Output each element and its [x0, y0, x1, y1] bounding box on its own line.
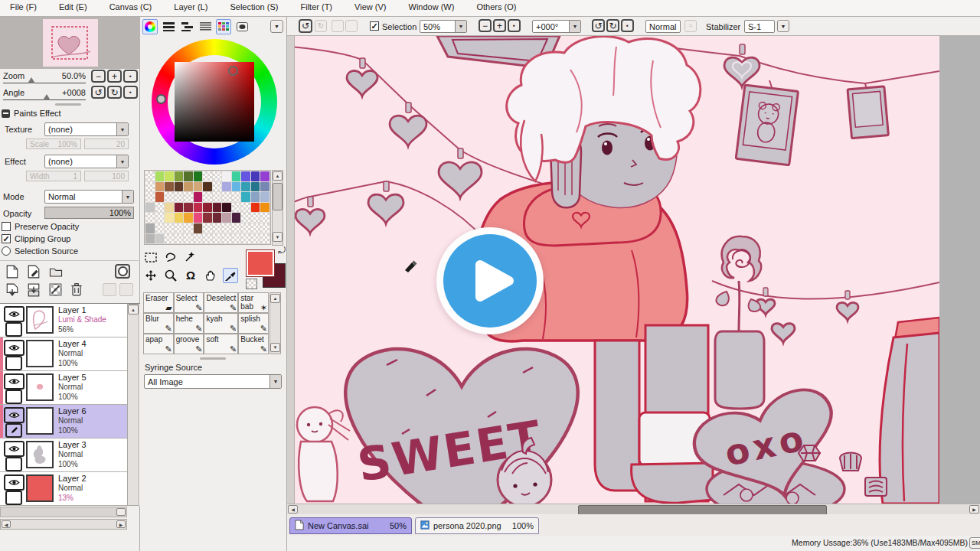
color-swatch[interactable] — [222, 234, 231, 244]
color-swatch[interactable] — [232, 234, 241, 244]
collapse-icon[interactable] — [2, 109, 10, 118]
menu-selection[interactable]: Selection (S) — [220, 0, 288, 14]
color-swatch[interactable] — [232, 182, 241, 192]
color-swatch[interactable] — [165, 223, 174, 233]
tool-star-bab[interactable]: star bab✶ — [238, 292, 269, 313]
mask-button[interactable] — [115, 264, 130, 279]
color-swatch[interactable] — [241, 192, 250, 202]
hue-wheel[interactable] — [152, 39, 277, 165]
rgb-sliders-icon[interactable] — [161, 19, 176, 34]
rotate-cw-button[interactable]: ↻ — [606, 19, 619, 32]
blend-mode-box[interactable]: Normal — [645, 20, 681, 33]
color-swatch[interactable] — [260, 234, 270, 244]
color-swatch[interactable] — [222, 171, 231, 181]
rotate-ccw-button[interactable]: ↺ — [592, 19, 605, 32]
menu-window[interactable]: Window (W) — [399, 0, 465, 14]
tool-eraser[interactable]: Eraser▰ — [143, 292, 174, 313]
panel-divider-handle[interactable] — [200, 357, 226, 360]
zoom-reset-button[interactable]: ▪ — [508, 19, 521, 32]
new-folder-icon[interactable] — [49, 266, 63, 279]
color-swatch[interactable] — [145, 223, 155, 233]
color-swatch[interactable] — [184, 234, 193, 244]
color-swatch[interactable] — [203, 192, 212, 202]
chevron-down-icon[interactable]: ▼ — [270, 375, 281, 388]
menu-filter[interactable]: Filter (T) — [290, 0, 342, 14]
rotate-reset-button[interactable]: ▪ — [621, 19, 634, 32]
color-swatch[interactable] — [155, 223, 165, 233]
layer-list-hscrollbar[interactable]: ◀ ▶ — [0, 519, 127, 530]
rotate-cw-button[interactable]: ↻ — [107, 86, 122, 99]
opacity-slider[interactable]: 100% — [44, 207, 134, 219]
color-swatch[interactable] — [203, 171, 212, 181]
selection-source-row[interactable]: Selection Source — [2, 246, 78, 256]
new-layer-icon[interactable] — [6, 265, 18, 280]
color-swatch[interactable] — [222, 192, 231, 202]
zoom-in-button[interactable]: + — [493, 19, 506, 32]
color-swatch[interactable] — [155, 213, 165, 223]
color-swatch[interactable] — [213, 192, 222, 202]
lasso-tool-icon[interactable] — [163, 249, 178, 265]
clipping-group-row[interactable]: ✓Clipping Group — [2, 234, 70, 243]
tool-splish[interactable]: splish✎ — [238, 313, 269, 334]
color-swatch[interactable] — [155, 234, 165, 244]
layer-row-2[interactable]: Layer 2 Normal 13% — [0, 472, 127, 506]
zoom-reset-button[interactable]: ▪ — [123, 70, 138, 83]
scroll-left-button[interactable]: ◀ — [2, 520, 11, 528]
color-swatch[interactable] — [175, 182, 184, 192]
canvas-hscrollbar[interactable]: ◀ ▶ — [287, 504, 980, 514]
color-mixer-icon[interactable] — [198, 19, 213, 34]
tab-new-canvas[interactable]: New Canvas.sai 50% — [289, 517, 412, 534]
scroll-up-button[interactable]: ▲ — [270, 294, 280, 303]
layer-option-box[interactable] — [5, 457, 22, 471]
active-paint-indicator[interactable] — [5, 423, 22, 438]
color-swatch[interactable] — [222, 223, 231, 233]
angle-slider-handle[interactable] — [43, 94, 51, 100]
color-swatch[interactable] — [175, 223, 184, 233]
chevron-down-icon[interactable]: ▼ — [116, 123, 128, 135]
color-swatch[interactable] — [175, 192, 184, 202]
color-swatch[interactable] — [260, 213, 270, 223]
layer-row-5[interactable]: Layer 5 Normal 100% — [0, 371, 127, 405]
color-swatch[interactable] — [155, 182, 165, 192]
color-swatch[interactable] — [232, 192, 241, 202]
hsv-sliders-icon[interactable] — [179, 19, 194, 34]
color-wheel-icon[interactable] — [142, 19, 158, 34]
color-swatch[interactable] — [241, 171, 250, 181]
color-swatch[interactable] — [251, 203, 260, 213]
sv-square[interactable] — [175, 62, 254, 142]
layer-row-6-selected[interactable]: Layer 6 Normal 100% — [0, 405, 127, 439]
visibility-toggle[interactable] — [4, 441, 24, 457]
color-swatch[interactable] — [251, 182, 260, 192]
tool-groove[interactable]: groove✎ — [174, 334, 204, 354]
layer-option-box[interactable] — [5, 322, 22, 337]
color-swatch[interactable] — [232, 203, 241, 213]
layer-option-box[interactable] — [5, 356, 22, 370]
tab-persona-png[interactable]: persona 2020.png 100% — [415, 517, 539, 534]
swap-colors-icon[interactable]: ⤾ — [278, 245, 286, 256]
color-swatch[interactable] — [232, 223, 241, 233]
chevron-down-icon[interactable]: ▼ — [122, 191, 133, 203]
menu-canvas[interactable]: Canvas (C) — [100, 0, 162, 14]
color-swatch[interactable] — [260, 223, 270, 233]
transfer-down-icon[interactable] — [6, 283, 18, 298]
color-swatch[interactable] — [260, 171, 270, 181]
layer-row-3[interactable]: Layer 3 Normal 100% — [0, 439, 127, 472]
color-swatch[interactable] — [203, 223, 212, 233]
color-swatch[interactable] — [251, 192, 260, 202]
color-swatch[interactable] — [213, 234, 222, 244]
color-swatch[interactable] — [155, 203, 165, 213]
scroll-up-button[interactable]: ▲ — [128, 305, 139, 315]
tool-hehe[interactable]: hehe✎ — [174, 313, 204, 334]
color-swatch[interactable] — [251, 213, 260, 223]
zoom-out-button[interactable]: − — [91, 70, 106, 83]
color-swatch[interactable] — [194, 171, 203, 181]
menu-others[interactable]: Others (O) — [466, 0, 526, 14]
canvas-viewport[interactable]: SWEET — [295, 36, 939, 504]
color-swatch[interactable] — [241, 213, 250, 223]
layer-option-box[interactable] — [5, 491, 22, 505]
color-swatch[interactable] — [241, 234, 250, 244]
zoom-tool-icon[interactable] — [163, 268, 178, 283]
selection-source-radio[interactable] — [2, 246, 11, 256]
color-swatch[interactable] — [155, 192, 165, 202]
color-swatch[interactable] — [184, 203, 193, 213]
